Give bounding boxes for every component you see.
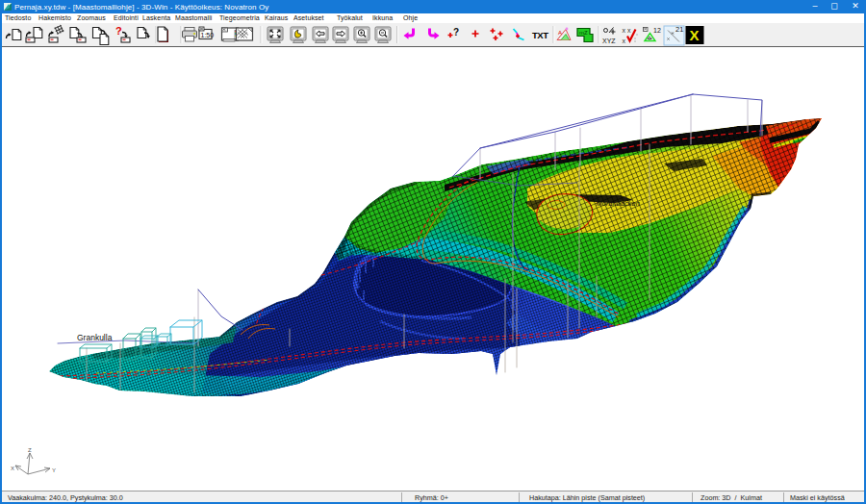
svg-text:Y: Y (52, 467, 56, 473)
svg-text:TXT: TXT (532, 30, 548, 40)
svg-text:X: X (11, 466, 14, 471)
svg-text:x: x (623, 38, 626, 44)
svg-text:?: ? (453, 27, 459, 38)
svg-text:21: 21 (675, 25, 683, 34)
svg-text:Moränbacken: Moränbacken (596, 199, 641, 208)
svg-text:12: 12 (653, 27, 661, 34)
svg-text:x x: x x (623, 27, 631, 34)
svg-text:?: ? (115, 25, 122, 37)
svg-text:1:50: 1:50 (201, 32, 215, 38)
svg-text:mZ: mZ (579, 30, 588, 36)
svg-text:Grankulla: Grankulla (77, 333, 113, 342)
svg-text:Z: Z (28, 447, 32, 453)
svg-text:XYZ: XYZ (602, 38, 616, 44)
svg-text:X: X (690, 27, 700, 43)
svg-text:A: A (558, 30, 562, 36)
